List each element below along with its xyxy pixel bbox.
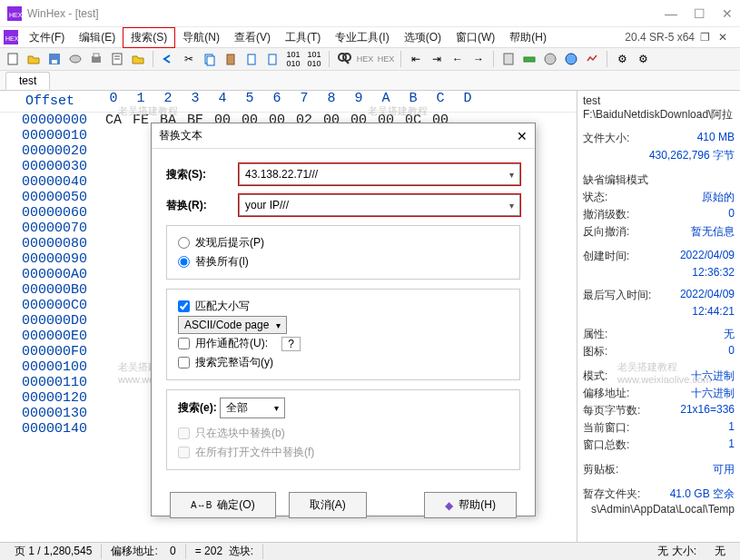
hex-byte[interactable] <box>100 190 127 205</box>
back-icon[interactable]: ← <box>449 50 467 68</box>
scope-select[interactable]: 全部 ▾ <box>220 398 285 418</box>
clip-value: 可用 <box>713 462 735 477</box>
hex-col-header: C <box>427 91 454 112</box>
menu-tools[interactable]: 工具(T) <box>278 28 328 47</box>
offset-value: 00000030 <box>0 159 100 174</box>
menu-search[interactable]: 搜索(S) <box>123 27 175 48</box>
hex-byte[interactable] <box>100 205 127 221</box>
hex-byte[interactable] <box>100 421 127 437</box>
disk-icon[interactable] <box>541 50 559 68</box>
menu-edit[interactable]: 编辑(E) <box>72 28 123 47</box>
hex-byte[interactable] <box>100 143 127 159</box>
hex-col-header: B <box>400 91 427 112</box>
binary2-icon[interactable]: 101010 <box>305 50 323 68</box>
hex-byte[interactable] <box>100 251 127 267</box>
cancel-button[interactable]: 取消(A) <box>289 492 367 518</box>
find-hex-icon[interactable]: HEX <box>356 50 374 68</box>
app-icon-small: HEX <box>4 30 18 44</box>
calc-icon[interactable] <box>499 50 518 68</box>
dialog-close-button[interactable]: ✕ <box>517 129 528 143</box>
ok-button[interactable]: A↔B确定(O) <box>170 492 276 518</box>
menu-nav[interactable]: 导航(N) <box>175 28 227 47</box>
hex-byte[interactable] <box>100 375 127 390</box>
close-button[interactable]: ✕ <box>722 6 733 21</box>
analyze-icon[interactable] <box>583 50 601 68</box>
radio-prompt[interactable]: 发现后提示(P) <box>178 233 508 252</box>
hex-byte[interactable]: CA <box>100 113 127 128</box>
svg-rect-21 <box>504 54 513 64</box>
print-icon[interactable] <box>87 50 105 68</box>
find-icon[interactable] <box>335 50 353 68</box>
bpp-label: 每页字节数: <box>583 403 640 418</box>
clipboard-icon[interactable] <box>222 50 240 68</box>
checkbox-whole-word[interactable]: 搜索完整语句(y) <box>178 353 508 372</box>
svg-rect-22 <box>524 57 535 62</box>
goto-start-icon[interactable]: ⇤ <box>407 50 425 68</box>
hex-byte[interactable] <box>100 359 127 375</box>
hex-byte[interactable] <box>100 344 127 359</box>
properties-icon[interactable] <box>108 50 126 68</box>
replace-input[interactable]: your IP///▾ <box>239 194 520 216</box>
editmode-label: 缺省编辑模式 <box>583 172 648 188</box>
checkbox-match-case[interactable]: 匹配大小写 <box>178 297 508 316</box>
hex-byte[interactable] <box>100 174 127 190</box>
hex-byte[interactable] <box>100 236 127 251</box>
menu-help[interactable]: 帮助(H) <box>502 28 554 47</box>
hex-byte[interactable] <box>100 159 127 174</box>
hex-byte[interactable] <box>100 329 127 344</box>
hex-byte[interactable] <box>100 282 127 298</box>
gears-icon[interactable]: ⚙ <box>634 50 652 68</box>
paste-icon[interactable] <box>242 50 261 68</box>
checkbox-wildcard[interactable]: 用作通配符(U): ? <box>178 334 508 353</box>
hdd-icon[interactable] <box>66 50 84 68</box>
open-icon[interactable] <box>25 50 43 68</box>
offset-value: 00000120 <box>0 390 100 406</box>
paste2-icon[interactable] <box>263 50 281 68</box>
goto-end-icon[interactable]: ⇥ <box>428 50 446 68</box>
menu-view[interactable]: 查看(V) <box>227 28 278 47</box>
copy-icon[interactable] <box>201 50 219 68</box>
hex-byte[interactable] <box>100 390 127 406</box>
menu-protools[interactable]: 专业工具(I) <box>328 28 396 47</box>
svg-point-7 <box>70 55 81 63</box>
undo-icon[interactable] <box>159 50 177 68</box>
hex-byte[interactable] <box>100 267 127 282</box>
state-label: 状态: <box>583 190 607 205</box>
folder-icon[interactable] <box>129 50 147 68</box>
gear-icon[interactable]: ⚙ <box>613 50 631 68</box>
ram-icon[interactable] <box>520 50 538 68</box>
side-filepath: F:\BaiduNetdiskDownload\阿拉 <box>583 107 735 123</box>
offset-header: Offset <box>0 91 100 112</box>
chevron-down-icon[interactable]: ▾ <box>509 201 514 211</box>
radio-replace-all[interactable]: 替换所有(l) <box>178 252 508 271</box>
mdi-close-icon[interactable]: ✕ <box>718 31 731 44</box>
search-input[interactable]: 43.138.22.71///▾ <box>239 163 520 185</box>
codepage-select[interactable]: ASCII/Code page▾ <box>178 316 287 334</box>
menu-window[interactable]: 窗口(W) <box>449 28 502 47</box>
cut-icon[interactable]: ✂ <box>180 50 198 68</box>
status-size-label: 无 大小: <box>657 545 696 557</box>
hex-byte[interactable] <box>100 406 127 421</box>
hex-byte[interactable] <box>100 298 127 313</box>
chevron-down-icon[interactable]: ▾ <box>509 170 514 180</box>
save-icon[interactable] <box>45 50 64 68</box>
tab-test[interactable]: test <box>5 72 50 90</box>
offset-value: 00000050 <box>0 190 100 205</box>
undo-value: 0 <box>728 207 735 222</box>
find-hex2-icon[interactable]: HEX <box>377 50 395 68</box>
binary-icon[interactable]: 101010 <box>284 50 302 68</box>
hex-byte[interactable] <box>100 313 127 329</box>
help-button[interactable]: ◆帮助(H) <box>424 492 517 518</box>
forward-icon[interactable]: → <box>469 50 488 68</box>
hex-byte[interactable] <box>100 128 127 143</box>
menu-options[interactable]: 选项(O) <box>397 28 449 47</box>
restore-icon[interactable]: ❐ <box>700 31 713 44</box>
wildcard-char[interactable]: ? <box>281 337 301 351</box>
new-icon[interactable] <box>4 50 22 68</box>
maximize-button[interactable]: ☐ <box>694 6 705 21</box>
offset-value: 00000100 <box>0 359 100 375</box>
disk2-icon[interactable] <box>562 50 580 68</box>
minimize-button[interactable]: — <box>665 6 677 21</box>
menu-file[interactable]: 文件(F) <box>22 28 72 47</box>
hex-byte[interactable] <box>100 221 127 236</box>
